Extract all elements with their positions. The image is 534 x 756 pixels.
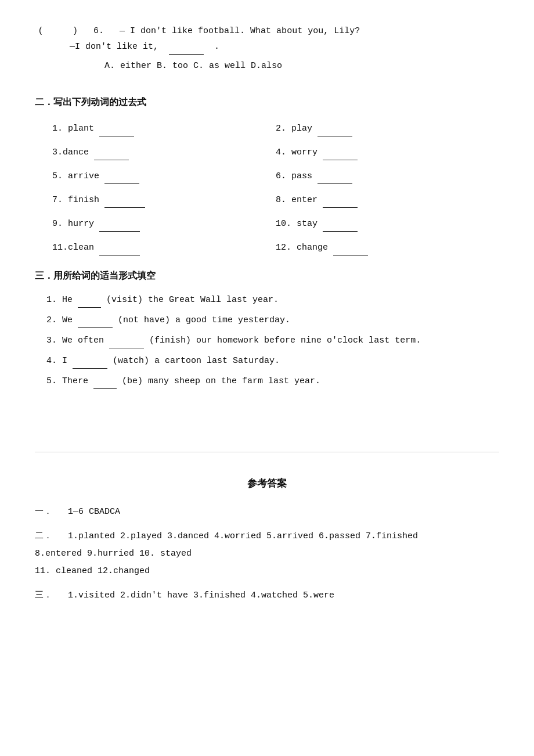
vocab-num-11: 11.clean	[52, 243, 94, 253]
q6-number: 6.	[93, 26, 104, 36]
vocab-num-8: 8. enter	[276, 195, 317, 205]
answer-2-text3: 11. cleaned 12.changed	[35, 566, 150, 576]
vocab-item-3: 3.dance	[52, 142, 276, 163]
q6-text1: — I don't like football. What about you,…	[120, 26, 360, 36]
answer-section: 参考答案 一． 1—6 CBADCA 二． 1.planted 2.played…	[35, 476, 499, 605]
vocab-blank-6	[317, 174, 352, 184]
vocab-blank-5	[104, 174, 139, 184]
vocab-item-9: 9. hurry	[52, 214, 276, 234]
vocab-item-11: 11.clean	[52, 237, 276, 258]
vocab-num-12: 12. change	[276, 243, 328, 253]
vocab-item-4: 4. worry	[276, 142, 499, 163]
fill-num-3: 3. We often	[46, 336, 104, 345]
vocab-blank-1	[99, 126, 134, 136]
fill-item-2: 2. We (not have) a good time yesterday.	[35, 312, 499, 328]
vocab-blank-9	[99, 221, 140, 232]
fill-after-5: (be) many sheep on the farm last year.	[122, 376, 320, 386]
answer-1-block: 一． 1—6 CBADCA	[35, 503, 499, 521]
q6-line2: —I don't like it, .	[35, 39, 499, 55]
answer-2-label: 二．	[35, 531, 52, 541]
vocab-blank-3	[94, 150, 129, 160]
vocab-item-5: 5. arrive	[52, 166, 276, 186]
vocab-num-5: 5. arrive	[52, 171, 99, 181]
vocab-blank-11	[99, 245, 140, 255]
section-3: 三．用所给词的适当形式填空 1. He (visit) the Great Wa…	[35, 268, 499, 389]
fill-num-4: 4. I	[46, 356, 67, 366]
fill-blank-2	[78, 318, 113, 328]
question-6-section: ( ) 6. — I don't like football. What abo…	[35, 23, 499, 74]
vocab-grid: 1. plant 2. play 3.dance 4. worry 5. arr…	[35, 118, 499, 258]
fill-num-1: 1. He	[46, 295, 73, 305]
fill-blank-1	[78, 297, 101, 308]
section-2-title: 二．写出下列动词的过去式	[35, 95, 499, 111]
vocab-item-1: 1. plant	[52, 118, 276, 139]
q6-options: A. either B. too C. as well D.also	[35, 58, 499, 74]
vocab-num-9: 9. hurry	[52, 219, 94, 229]
vocab-num-2: 2. play	[276, 124, 312, 134]
fill-item-4: 4. I (watch) a cartoon last Saturday.	[35, 353, 499, 369]
vocab-blank-8	[323, 197, 358, 208]
q6-line1: ( ) 6. — I don't like football. What abo…	[35, 23, 499, 39]
fill-num-5: 5. There	[46, 376, 88, 386]
vocab-num-6: 6. pass	[276, 171, 312, 181]
answer-3-block: 三． 1.visited 2.didn't have 3.finished 4.…	[35, 587, 499, 604]
answer-2-text2: 8.entered 9.hurried 10. stayed	[35, 549, 192, 559]
vocab-item-10: 10. stay	[276, 214, 499, 234]
vocab-item-6: 6. pass	[276, 166, 499, 186]
fill-item-1: 1. He (visit) the Great Wall last year.	[35, 292, 499, 308]
section-3-title: 三．用所给词的适当形式填空	[35, 268, 499, 285]
fill-blank-5	[93, 379, 117, 389]
answer-divider	[35, 452, 499, 452]
vocab-blank-7	[104, 197, 145, 208]
vocab-item-7: 7. finish	[52, 190, 276, 210]
fill-item-3: 3. We often (finish) our homework before…	[35, 333, 499, 348]
section-2: 二．写出下列动词的过去式 1. plant 2. play 3.dance 4.…	[35, 95, 499, 258]
q6-text2: —I don't like it,	[70, 42, 158, 52]
fill-after-3: (finish) our homework before nine o'cloc…	[149, 336, 421, 345]
vocab-num-1: 1. plant	[52, 124, 94, 134]
fill-blank-3	[109, 338, 144, 348]
vocab-blank-10	[323, 221, 358, 232]
q6-close-paren: )	[73, 26, 78, 36]
fill-item-5: 5. There (be) many sheep on the farm las…	[35, 373, 499, 389]
q6-period: .	[214, 42, 219, 52]
vocab-blank-12	[333, 245, 368, 255]
fill-after-4: (watch) a cartoon last Saturday.	[113, 356, 280, 366]
answer-3-label: 三．	[35, 591, 52, 600]
answer-2-block: 二． 1.planted 2.played 3.danced 4.worried…	[35, 528, 499, 580]
answer-1-text: 1—6 CBADCA	[68, 507, 120, 517]
answer-title: 参考答案	[35, 476, 499, 494]
fill-blank-4	[73, 358, 107, 369]
vocab-item-2: 2. play	[276, 118, 499, 139]
fill-after-2: (not have) a good time yesterday.	[118, 315, 290, 325]
answer-2-text: 1.planted 2.played 3.danced 4.worried 5.…	[68, 531, 418, 541]
vocab-blank-2	[317, 126, 352, 136]
vocab-num-7: 7. finish	[52, 195, 99, 205]
vocab-item-8: 8. enter	[276, 190, 499, 210]
vocab-num-4: 4. worry	[276, 147, 317, 157]
vocab-num-3: 3.dance	[52, 147, 89, 157]
fill-after-1: (visit) the Great Wall last year.	[106, 295, 279, 305]
vocab-blank-4	[323, 150, 358, 160]
vocab-item-12: 12. change	[276, 237, 499, 258]
fill-num-2: 2. We	[46, 315, 73, 325]
answer-3-text: 1.visited 2.didn't have 3.finished 4.wat…	[68, 591, 334, 600]
vocab-num-10: 10. stay	[276, 219, 317, 229]
answer-1-label: 一．	[35, 507, 52, 517]
q6-blank	[169, 44, 204, 55]
q6-open-paren: (	[35, 23, 46, 39]
